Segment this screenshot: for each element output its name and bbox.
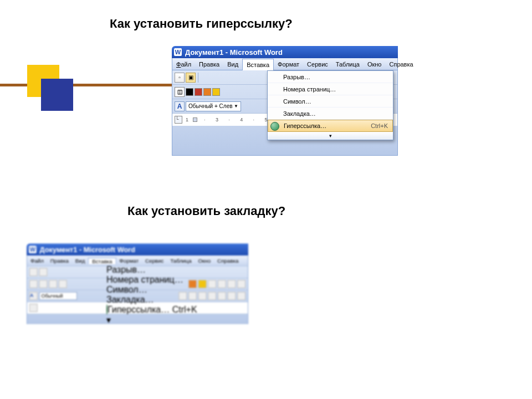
expand-menu-icon[interactable]: ▾ [106, 315, 207, 325]
shortcut-label: Ctrl+K [172, 305, 197, 314]
insert-menu-dropdown: Разрыв… Номера страниц… Символ… Закладка… [267, 70, 393, 140]
menu-file[interactable]: ФФайлайл [172, 58, 195, 70]
menu-item-label: Закладка… [283, 110, 316, 117]
color-swatch[interactable] [195, 88, 202, 96]
menu-table[interactable]: Таблица [167, 258, 195, 264]
style-select-label: Обычный + Слев [188, 103, 233, 109]
deco-line [0, 84, 172, 86]
toolbar-icon[interactable] [208, 280, 216, 288]
menu-item-bookmark[interactable]: Закладка… [268, 108, 393, 120]
menu-bar: ФФайлайл Правка Вид Вставка Формат Серви… [172, 58, 398, 70]
color-btn-icon[interactable]: ◫ [175, 87, 185, 97]
tab-selector-icon[interactable]: └ [175, 116, 182, 124]
word-app-icon: W [174, 48, 182, 56]
toolbar-icon[interactable] [39, 280, 48, 288]
menu-service[interactable]: Сервис [142, 258, 167, 264]
menu-item-symbol[interactable]: Символ… [268, 95, 393, 108]
menu-window[interactable]: Окно [364, 58, 386, 70]
toolbar-icon[interactable] [49, 280, 57, 288]
toolbar-icon[interactable] [237, 280, 245, 288]
menu-item-label: Символ… [283, 98, 311, 105]
toolbar-icon[interactable] [59, 280, 67, 288]
menu-format[interactable]: Формат [274, 58, 303, 70]
menu-window[interactable]: Окно [195, 258, 214, 264]
toolbar-icon[interactable] [208, 292, 216, 300]
toolbar-icon[interactable] [39, 268, 48, 277]
menu-item-symbol[interactable]: Символ… [106, 285, 207, 295]
menu-item-label: Разрыв… [283, 74, 310, 80]
new-doc-icon[interactable]: ▫ [175, 73, 185, 83]
ruler-mark: 1 [186, 117, 188, 122]
heading-bookmark: Как установить закладку? [127, 204, 285, 218]
menu-item-hyperlink[interactable]: Гиперссылка… Ctrl+K [268, 120, 393, 132]
font-icon[interactable]: A [29, 292, 38, 300]
ruler-tick: 4 [240, 117, 243, 122]
menu-item-bookmark[interactable]: Закладка… [106, 295, 207, 305]
menu-insert[interactable]: Вставка [88, 257, 116, 264]
menu-edit[interactable]: Правка [195, 58, 223, 70]
menu-help[interactable]: Справка [214, 258, 242, 264]
menu-item-label: Закладка… [106, 295, 154, 304]
color-swatch[interactable] [186, 88, 193, 96]
toolbar-icon[interactable] [218, 292, 226, 300]
color-swatch[interactable] [203, 88, 211, 96]
menu-item-label: Гиперссылка… [108, 305, 170, 314]
ruler-tick: 3 [216, 117, 218, 122]
style-select-label: Обычный [42, 293, 63, 299]
style-select[interactable]: Обычный + Слев ▼ [186, 101, 241, 111]
menu-item-page-numbers[interactable]: Номера страниц… [268, 83, 393, 95]
menu-format[interactable]: Формат [116, 258, 142, 264]
style-select[interactable]: Обычный [39, 292, 78, 300]
window-title: Документ1 - Microsoft Word [40, 245, 135, 254]
word-screenshot-hyperlink: W Документ1 - Microsoft Word ФФайлайл Пр… [172, 46, 398, 156]
menu-item-label: Номера страниц… [283, 86, 336, 93]
toolbar-icon[interactable] [29, 280, 38, 288]
toolbar-icon[interactable] [237, 292, 245, 300]
separator [198, 73, 198, 83]
chevron-down-icon: ▼ [234, 104, 238, 109]
menu-table[interactable]: Таблица [332, 58, 364, 70]
menu-item-label: Номера страниц… [106, 275, 183, 284]
menu-help[interactable]: Справка [385, 58, 417, 70]
tab-selector-icon[interactable] [29, 304, 38, 312]
toolbar-icon[interactable] [29, 268, 38, 277]
word-app-icon: W [29, 245, 37, 253]
globe-icon [270, 122, 279, 131]
color-swatch[interactable] [212, 88, 220, 96]
menu-item-label: Символ… [106, 285, 147, 294]
menu-view[interactable]: Вид [72, 258, 88, 264]
window-title: Документ1 - Microsoft Word [185, 48, 283, 57]
expand-menu-icon[interactable]: ▾ [268, 132, 393, 140]
toolbar-icon[interactable] [228, 292, 236, 300]
menu-item-label: Гиперссылка… [284, 122, 326, 129]
indent-marker-icon[interactable] [193, 117, 197, 122]
deco-square-blue [41, 79, 73, 111]
menu-insert[interactable]: Вставка [242, 59, 274, 70]
title-bar: W Документ1 - Microsoft Word [172, 46, 398, 58]
insert-menu-dropdown-2: Разрыв… Номера страниц… Символ… Закладка… [106, 265, 207, 325]
menu-item-break[interactable]: Разрыв… [268, 71, 393, 83]
open-icon[interactable]: ▣ [186, 73, 196, 83]
title-bar: W Документ1 - Microsoft Word [27, 243, 248, 255]
font-icon[interactable]: A [175, 101, 185, 111]
menu-item-break[interactable]: Разрыв… [106, 265, 207, 275]
heading-hyperlink: Как установить гиперссылку? [110, 17, 293, 31]
menu-service[interactable]: Сервис [303, 58, 332, 70]
shortcut-label: Ctrl+K [371, 122, 388, 129]
menu-edit[interactable]: Правка [47, 258, 72, 264]
menu-file[interactable]: Файл [27, 258, 47, 264]
menu-item-label: Разрыв… [106, 265, 146, 274]
toolbar-icon[interactable] [218, 280, 226, 288]
menu-item-hyperlink[interactable]: Гиперссылка… Ctrl+K [106, 305, 207, 315]
menu-item-page-numbers[interactable]: Номера страниц… [106, 275, 207, 285]
menu-view[interactable]: Вид [223, 58, 242, 70]
toolbar-icon[interactable] [228, 280, 236, 288]
